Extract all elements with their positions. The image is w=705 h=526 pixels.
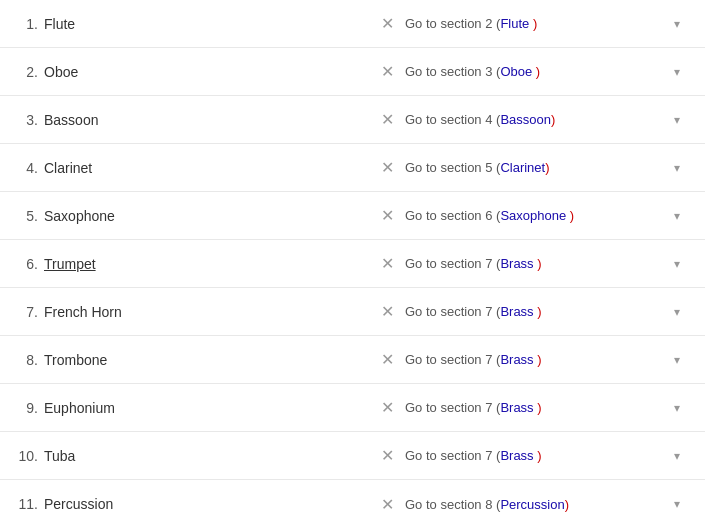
link-suffix: ): [534, 448, 542, 463]
list-row: 3.Bassoon✕Go to section 4 (Bassoon)▾: [0, 96, 705, 144]
row-number: 1.: [16, 16, 44, 32]
row-link: Go to section 5 (Clarinet): [405, 160, 665, 175]
link-anchor[interactable]: Brass: [500, 352, 533, 367]
row-link: Go to section 7 (Brass ): [405, 448, 665, 463]
list-row: 6.Trumpet✕Go to section 7 (Brass )▾: [0, 240, 705, 288]
delete-button[interactable]: ✕: [369, 398, 405, 417]
list-row: 1.Flute✕Go to section 2 (Flute )▾: [0, 0, 705, 48]
dropdown-button[interactable]: ▾: [665, 161, 689, 175]
dropdown-button[interactable]: ▾: [665, 17, 689, 31]
link-suffix: ): [534, 256, 542, 271]
link-suffix: ): [565, 497, 569, 512]
list-row: 10.Tuba✕Go to section 7 (Brass )▾: [0, 432, 705, 480]
row-number: 8.: [16, 352, 44, 368]
row-instrument-name: Bassoon: [44, 112, 369, 128]
link-suffix: ): [529, 16, 537, 31]
link-anchor[interactable]: Brass: [500, 400, 533, 415]
row-instrument-name: Percussion: [44, 496, 369, 512]
link-suffix: ): [534, 352, 542, 367]
row-instrument-name: Flute: [44, 16, 369, 32]
list-row: 9.Euphonium✕Go to section 7 (Brass )▾: [0, 384, 705, 432]
link-anchor[interactable]: Percussion: [500, 497, 564, 512]
row-instrument-name: Clarinet: [44, 160, 369, 176]
list-row: 8.Trombone✕Go to section 7 (Brass )▾: [0, 336, 705, 384]
delete-button[interactable]: ✕: [369, 158, 405, 177]
dropdown-button[interactable]: ▾: [665, 209, 689, 223]
link-suffix: ): [532, 64, 540, 79]
link-suffix: ): [545, 160, 549, 175]
row-instrument-name: Trumpet: [44, 256, 369, 272]
delete-button[interactable]: ✕: [369, 254, 405, 273]
link-anchor[interactable]: Saxophone: [500, 208, 566, 223]
delete-button[interactable]: ✕: [369, 206, 405, 225]
dropdown-button[interactable]: ▾: [665, 497, 689, 511]
row-instrument-name: Tuba: [44, 448, 369, 464]
list-row: 11.Percussion✕Go to section 8 (Percussio…: [0, 480, 705, 526]
link-anchor[interactable]: Flute: [500, 16, 529, 31]
row-link: Go to section 7 (Brass ): [405, 400, 665, 415]
row-instrument-name: Trombone: [44, 352, 369, 368]
list-row: 4.Clarinet✕Go to section 5 (Clarinet)▾: [0, 144, 705, 192]
dropdown-button[interactable]: ▾: [665, 401, 689, 415]
row-number: 10.: [16, 448, 44, 464]
row-number: 7.: [16, 304, 44, 320]
list-row: 7.French Horn✕Go to section 7 (Brass )▾: [0, 288, 705, 336]
row-instrument-name: Oboe: [44, 64, 369, 80]
delete-button[interactable]: ✕: [369, 62, 405, 81]
row-link: Go to section 3 (Oboe ): [405, 64, 665, 79]
row-number: 2.: [16, 64, 44, 80]
row-number: 3.: [16, 112, 44, 128]
row-number: 11.: [16, 496, 44, 512]
delete-button[interactable]: ✕: [369, 14, 405, 33]
dropdown-button[interactable]: ▾: [665, 65, 689, 79]
delete-button[interactable]: ✕: [369, 495, 405, 514]
link-anchor[interactable]: Bassoon: [500, 112, 551, 127]
dropdown-button[interactable]: ▾: [665, 305, 689, 319]
row-link: Go to section 8 (Percussion): [405, 497, 665, 512]
list-row: 2.Oboe✕Go to section 3 (Oboe )▾: [0, 48, 705, 96]
list-row: 5.Saxophone✕Go to section 6 (Saxophone )…: [0, 192, 705, 240]
row-instrument-name: French Horn: [44, 304, 369, 320]
link-suffix: ): [566, 208, 574, 223]
dropdown-button[interactable]: ▾: [665, 353, 689, 367]
row-instrument-name: Euphonium: [44, 400, 369, 416]
dropdown-button[interactable]: ▾: [665, 449, 689, 463]
row-link: Go to section 7 (Brass ): [405, 304, 665, 319]
dropdown-button[interactable]: ▾: [665, 257, 689, 271]
link-anchor[interactable]: Brass: [500, 304, 533, 319]
link-suffix: ): [534, 400, 542, 415]
delete-button[interactable]: ✕: [369, 446, 405, 465]
row-instrument-name: Saxophone: [44, 208, 369, 224]
row-number: 6.: [16, 256, 44, 272]
delete-button[interactable]: ✕: [369, 110, 405, 129]
link-suffix: ): [534, 304, 542, 319]
row-link: Go to section 2 (Flute ): [405, 16, 665, 31]
link-anchor[interactable]: Brass: [500, 448, 533, 463]
row-link: Go to section 6 (Saxophone ): [405, 208, 665, 223]
row-number: 5.: [16, 208, 44, 224]
row-link: Go to section 4 (Bassoon): [405, 112, 665, 127]
link-anchor[interactable]: Clarinet: [500, 160, 545, 175]
delete-button[interactable]: ✕: [369, 350, 405, 369]
row-link: Go to section 7 (Brass ): [405, 256, 665, 271]
link-anchor[interactable]: Brass: [500, 256, 533, 271]
dropdown-button[interactable]: ▾: [665, 113, 689, 127]
link-suffix: ): [551, 112, 555, 127]
row-number: 4.: [16, 160, 44, 176]
row-link: Go to section 7 (Brass ): [405, 352, 665, 367]
delete-button[interactable]: ✕: [369, 302, 405, 321]
link-anchor[interactable]: Oboe: [500, 64, 532, 79]
instrument-list: 1.Flute✕Go to section 2 (Flute )▾2.Oboe✕…: [0, 0, 705, 526]
row-number: 9.: [16, 400, 44, 416]
